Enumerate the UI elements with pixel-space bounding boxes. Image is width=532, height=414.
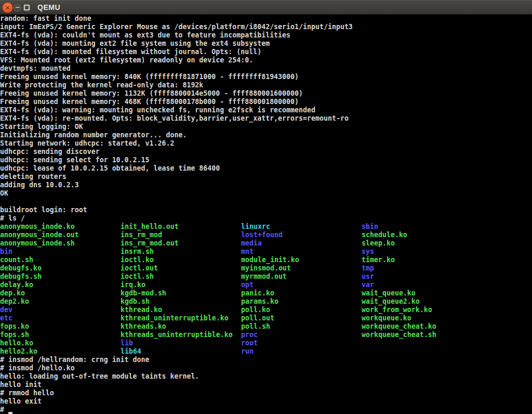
terminal-line: Starting logging: OK (0, 123, 532, 131)
terminal-line: devkthread.kopoll.kowork_from_work.ko (0, 306, 532, 314)
ls-entry: ioctl.ko (121, 256, 241, 264)
terminal-line: random: fast init done (0, 15, 532, 23)
ls-entry: count.sh (0, 256, 121, 264)
terminal-line: debugfs.koioctl.outmyinsmod.outtmp (0, 264, 532, 273)
ls-entry: var (362, 281, 374, 289)
ls-entry: insrm.sh (121, 248, 241, 256)
ls-entry: lib (121, 339, 241, 347)
ls-entry: workqueue_cheat.ko (362, 322, 436, 331)
close-button[interactable]: ✕ (2, 2, 13, 13)
ls-entry: poll.out (241, 314, 362, 322)
terminal-line: dep.kokgdb-mod.shpanic.kowait_queue.ko (0, 289, 532, 297)
maximize-button[interactable] (22, 3, 32, 12)
terminal-line: EXT4-fs (vda): couldn't mount as ext3 du… (0, 31, 532, 40)
terminal-line: buildroot login: root (0, 206, 532, 214)
ls-entry: media (241, 239, 362, 248)
ls-entry: opt (241, 281, 362, 289)
terminal-line: bininsrm.shmntsys (0, 248, 532, 256)
terminal-line: etckthread_uninterruptible.kopoll.outwor… (0, 314, 532, 322)
terminal-line: Freeing unused kernel memory: 840K (ffff… (0, 73, 532, 81)
minimize-button[interactable]: − (12, 3, 22, 12)
ls-entry: poll.ko (241, 306, 362, 314)
terminal-screen[interactable]: random: fast init doneinput: ImExPS/2 Ge… (0, 15, 532, 414)
terminal-line: dep2.kokgdb.shparams.kowait_queue2.ko (0, 297, 532, 306)
terminal-line: debugfs.shioctl.shmyrmmod.outusr (0, 273, 532, 281)
ls-entry: work_from_work.ko (362, 306, 432, 314)
ls-entry: init_hello.out (121, 223, 241, 231)
close-icon: ✕ (5, 4, 10, 11)
ls-entry: debugfs.sh (0, 273, 121, 281)
terminal-line: Freeing unused kernel memory: 468K (ffff… (0, 98, 532, 106)
ls-entry: kgdb.sh (121, 297, 241, 306)
terminal-line: count.shioctl.komodule_init.kotimer.ko (0, 256, 532, 264)
ls-entry: tmp (362, 264, 374, 273)
ls-entry: ioctl.out (121, 264, 241, 273)
ls-entry: kthread.ko (121, 306, 241, 314)
ls-entry: etc (0, 314, 121, 322)
ls-entry: wait_queue2.ko (362, 297, 420, 306)
window-title: QEMU (37, 0, 60, 14)
ls-entry: linuxrc (241, 223, 362, 231)
ls-entry: wait_queue.ko (362, 289, 416, 297)
terminal-line: deleting routers (0, 173, 532, 181)
terminal-line: EXT4-fs (vda): re-mounted. Opts: block_v… (0, 114, 532, 123)
terminal-line: EXT4-fs (vda): mounted filesystem withou… (0, 48, 532, 56)
ls-entry: workqueue_cheat.sh (362, 331, 436, 339)
terminal-line: udhcpc: sending discover (0, 148, 532, 156)
terminal-line: hello exit (0, 397, 532, 406)
ls-entry: delay.ko (0, 281, 121, 289)
terminal-line: delay.koirq.kooptvar (0, 281, 532, 289)
terminal-line: Starting network: udhcpc: started, v1.26… (0, 139, 532, 148)
ls-entry: fops.sh (0, 331, 121, 339)
terminal-line: OK (0, 189, 532, 198)
ls-entry: dev (0, 306, 121, 314)
terminal-line: # insmod /hello.ko (0, 364, 532, 372)
terminal-line: Write protecting the kernel read-only da… (0, 81, 532, 89)
ls-entry: dep2.ko (0, 297, 121, 306)
terminal-line: # (0, 406, 532, 414)
terminal-line: anonymous_inode.shins_rm_mod.outmediasle… (0, 239, 532, 248)
terminal-line: fops.kokthreads.kopoll.shworkqueue_cheat… (0, 322, 532, 331)
ls-entry: module_init.ko (241, 256, 362, 264)
ls-entry: kthreads.ko (121, 322, 241, 331)
terminal-line: anonymous_inode.outins_rm_modlost+founds… (0, 231, 532, 239)
title-bar[interactable]: ✕ − QEMU (0, 0, 532, 15)
ls-entry: myinsmod.out (241, 264, 362, 273)
terminal-line: udhcpc: sending select for 10.0.2.15 (0, 156, 532, 164)
ls-entry: params.ko (241, 297, 362, 306)
ls-entry: lost+found (241, 231, 362, 239)
maximize-icon (24, 5, 30, 10)
ls-entry: fops.ko (0, 322, 121, 331)
ls-entry: proc (241, 331, 362, 339)
ls-entry: bin (0, 248, 121, 256)
ls-entry: dep.ko (0, 289, 121, 297)
ls-entry: ins_rm_mod.out (121, 239, 241, 248)
ls-entry: sbin (362, 223, 378, 231)
ls-entry: root (241, 339, 258, 347)
terminal-line: # rmmod hello (0, 389, 532, 397)
terminal-line: hello2.kolib64run (0, 347, 532, 356)
terminal-line: VFS: Mounted root (ext2 filesystem) read… (0, 56, 532, 64)
terminal-line: hello init (0, 381, 532, 389)
ls-entry: sleep.ko (362, 239, 395, 248)
ls-entry: anonymous_inode.ko (0, 223, 121, 231)
terminal-line: input: ImExPS/2 Generic Explorer Mouse a… (0, 23, 532, 31)
terminal-line: udhcpc: lease of 10.0.2.15 obtained, lea… (0, 164, 532, 173)
ls-entry: poll.sh (241, 322, 362, 331)
terminal-line: devtmpfs: mounted (0, 64, 532, 73)
ls-entry: kgdb-mod.sh (121, 289, 241, 297)
terminal-line (0, 198, 532, 206)
ls-entry: schedule.ko (362, 231, 407, 239)
ls-entry: workqueue.ko (362, 314, 411, 322)
ls-entry: panic.ko (241, 289, 362, 297)
qemu-window: ✕ − QEMU random: fast init doneinput: Im… (0, 0, 532, 414)
terminal-line: Initializing random number generator... … (0, 131, 532, 139)
ls-entry: irq.ko (121, 281, 241, 289)
ls-entry: debugfs.ko (0, 264, 121, 273)
terminal-line: anonymous_inode.koinit_hello.outlinuxrcs… (0, 223, 532, 231)
terminal-line: # insmod /hellrandom: crng init done (0, 356, 532, 364)
ls-entry: ioctl.sh (121, 273, 241, 281)
ls-entry: anonymous_inode.sh (0, 239, 121, 248)
ls-entry: usr (362, 273, 374, 281)
ls-entry: hello.ko (0, 339, 121, 347)
